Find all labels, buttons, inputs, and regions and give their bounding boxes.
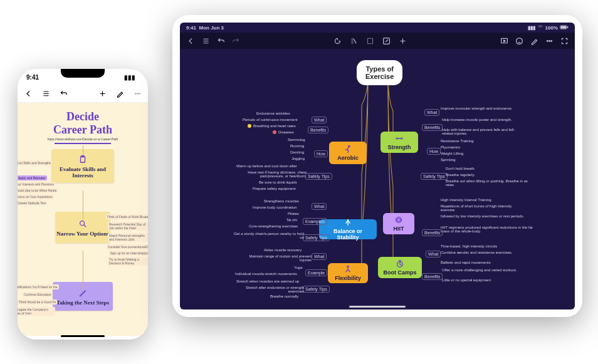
tablet-toolbar	[180, 33, 575, 49]
leaf: Sprinting	[441, 158, 456, 162]
leaf-label: Career Aptitude Test	[18, 200, 47, 205]
leaf: Pilates	[288, 212, 299, 216]
leaf: Strengthens muscles	[264, 199, 299, 203]
subcap-safety: Safety Tips	[303, 234, 330, 241]
dot-icon	[273, 130, 276, 134]
leaf: Don't hold breath.	[446, 167, 475, 170]
leaf: Breathe normally	[270, 294, 298, 298]
redo-icon[interactable]	[231, 36, 240, 45]
balance-icon	[344, 218, 352, 227]
leaf: Yoga	[294, 266, 302, 269]
signal-icon: ▮▮▮	[528, 25, 535, 31]
branch-icon[interactable]	[349, 36, 358, 45]
subcap-what: What	[312, 117, 327, 123]
leaf: Improve body coordination	[253, 205, 297, 209]
leaf-label: Your Interests and Passions	[18, 182, 55, 187]
status-indicators: ▮▮▮	[124, 74, 139, 81]
leaf: Combine aerobic and resistance exercises…	[441, 251, 516, 254]
subcap-safety: Safety Tips	[305, 173, 332, 180]
leaf: Stretch after endurance or strength exer…	[234, 286, 304, 293]
wifi-icon	[537, 24, 543, 31]
select-icon[interactable]	[365, 36, 374, 45]
leaf-label: You Think Would be a Good Fit	[18, 299, 57, 304]
map-url: https://www.wikihow.com/Decide-on-a-Care…	[21, 137, 144, 141]
svg-point-18	[348, 145, 350, 147]
expand-icon[interactable]	[560, 36, 569, 45]
subcap-what: What	[312, 203, 327, 210]
undo-icon[interactable]	[216, 36, 225, 45]
leaf: Endurance activities	[256, 112, 290, 115]
leaf: Diseases	[273, 130, 294, 134]
plus-icon[interactable]	[98, 90, 107, 98]
status-time: 9:41	[26, 74, 39, 81]
svg-point-14	[516, 38, 522, 44]
leaf: Warm up before and cool down after	[236, 164, 297, 168]
map-title: Decide Career Path	[21, 110, 144, 136]
emoji-icon[interactable]	[515, 36, 523, 45]
style-icon[interactable]	[530, 36, 538, 45]
node-hiit[interactable]: HIIT	[383, 213, 414, 234]
list-icon[interactable]	[41, 90, 50, 98]
node-flexibility[interactable]: Flexibility	[328, 263, 368, 283]
notch	[61, 69, 105, 78]
edit-icon[interactable]	[382, 36, 391, 45]
dot-icon	[248, 124, 251, 128]
leaf: Time-based, high intensity circuits	[441, 244, 497, 248]
leaf: Maintain range of motion and prevent inj…	[239, 254, 312, 262]
undo-icon[interactable]	[59, 90, 68, 98]
leaf-label: Continue Education	[23, 292, 53, 297]
svg-rect-11	[367, 38, 372, 43]
node-bootcamps[interactable]: Boot Camps	[378, 257, 422, 278]
leaf: Resistance Training	[441, 139, 474, 143]
subcap-how: How	[427, 148, 441, 155]
style-icon[interactable]	[115, 90, 124, 98]
present-icon[interactable]	[500, 36, 508, 45]
signal-icon: ▮▮▮	[124, 74, 135, 81]
leaf-label: Think of Fields of Work Broadly	[106, 214, 148, 219]
leaf-label: Focus on Your Aspirations	[18, 194, 54, 199]
phone-statusbar: 9:41 ▮▮▮	[18, 69, 148, 85]
magnifier-icon	[77, 218, 88, 229]
leaf: HIIT regimens produced significant reduc…	[441, 226, 535, 233]
node-strength[interactable]: Strength	[380, 132, 418, 153]
back-icon[interactable]	[186, 36, 195, 45]
svg-rect-10	[567, 26, 568, 28]
node-aerobic[interactable]: Aerobic	[329, 142, 367, 164]
home-indicator[interactable]	[61, 335, 105, 337]
leaf: Core-strengthening exercises	[249, 224, 298, 228]
leaf: Get a sturdy chair/a person nearby to ho…	[231, 232, 304, 239]
subcap-example: Example	[305, 269, 327, 276]
leaf-label: Consider Non-conventional/Go	[107, 244, 148, 249]
subcap-how: How	[314, 150, 328, 157]
title-divider	[55, 143, 111, 144]
more-icon[interactable]	[545, 36, 553, 45]
leaf-label: Would Like to be When Retire	[18, 188, 58, 193]
plus-icon[interactable]	[398, 36, 407, 45]
leaf-pill: Apply and Reinvest	[18, 175, 47, 180]
leaf: Dancing	[290, 150, 304, 154]
phone-canvas[interactable]: Decide Career Path https://www.wikihow.c…	[18, 103, 148, 336]
tablet-canvas[interactable]: Types ofExercise Aerobic What Endurance …	[180, 49, 575, 309]
svg-point-16	[548, 40, 550, 41]
leaf: Improve muscular strength and endurance.	[441, 107, 516, 110]
leaf: Help with balance and prevent falls and …	[442, 128, 523, 135]
leaf: Running	[290, 144, 304, 148]
more-icon[interactable]	[133, 90, 142, 98]
svg-point-3	[135, 93, 136, 95]
leaf-label: Try to Avoid Making a Decision & Money	[108, 257, 148, 266]
leaf: Prepare safety equipment	[253, 187, 296, 190]
leaf: Repetitions of short bursts of high-inte…	[441, 204, 522, 212]
leaf: Breathe out when lifting or pushing. Bre…	[446, 179, 533, 187]
focus-icon[interactable]	[333, 36, 342, 45]
list-icon[interactable]	[201, 36, 210, 45]
root-node[interactable]: Types ofExercise	[357, 60, 402, 85]
back-icon[interactable]	[24, 90, 33, 98]
leaf: Stretch when muscles are warmed up	[236, 279, 299, 283]
battery-icon	[560, 25, 569, 31]
svg-point-5	[139, 93, 140, 95]
leaf: Ballistic and rapid movements	[441, 261, 491, 264]
running-icon	[344, 145, 352, 153]
home-indicator[interactable]	[349, 306, 406, 308]
leaf-label: List Skills and Strengths	[18, 160, 52, 165]
svg-point-4	[137, 93, 138, 95]
